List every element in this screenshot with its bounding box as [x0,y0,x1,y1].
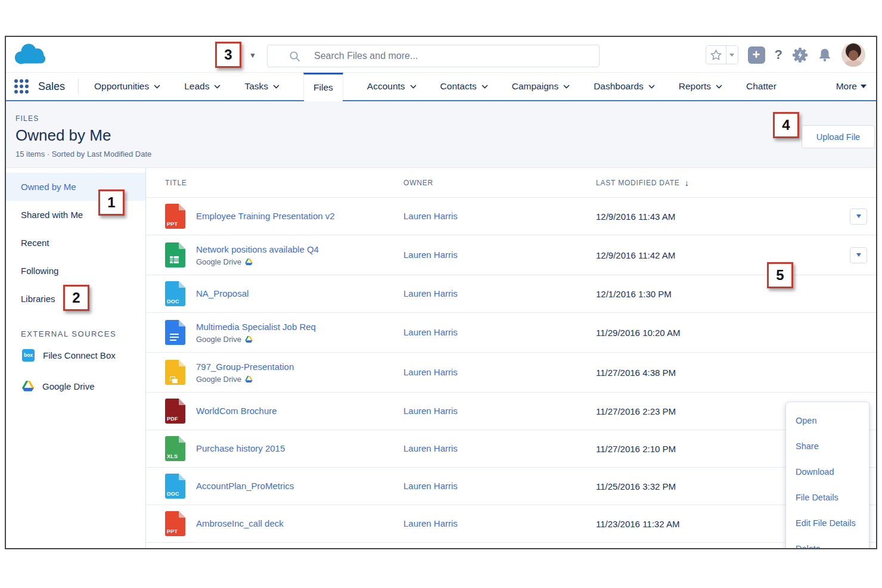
action-cell [839,247,876,263]
global-add-button[interactable]: + [748,46,765,64]
tab-label: More [836,81,857,92]
chevron-down-icon [154,85,160,89]
column-header-last-modified[interactable]: LAST MODIFIED DATE ↓ [596,178,876,188]
list-meta: 15 items · Sorted by Last Modified Date [15,150,876,158]
file-title-link[interactable]: WorldCom Brochure [196,406,277,416]
external-sources-heading: EXTERNAL SOURCES [6,329,145,338]
app-navigation-bar: Sales OpportunitiesLeadsTasksFilesAccoun… [6,73,876,101]
file-title-link[interactable]: Network positions available Q4 [196,244,319,254]
tab-label: Tasks [244,81,268,92]
table-row: PDFWorldCom BrochureLauren Harris11/27/2… [146,393,876,430]
favorites-star-button[interactable] [706,46,726,64]
screenshot-canvas: ▼ Search Files and more... [0,0,882,588]
external-source-google-drive[interactable]: Google Drive [6,372,145,400]
tab-opportunities[interactable]: Opportunities [94,73,160,100]
chevron-down-icon [716,85,722,89]
file-title-link[interactable]: AccountPlan_ProMetrics [196,481,294,491]
column-header-owner[interactable]: OWNER [403,179,596,187]
tab-campaigns[interactable]: Campaigns [512,73,570,100]
owner-link[interactable]: Lauren Harris [403,481,458,491]
tab-chatter[interactable]: Chatter [746,73,777,100]
tab-reports[interactable]: Reports [679,73,722,100]
menu-item-file-details[interactable]: File Details [786,484,869,510]
file-title-link[interactable]: NA_Proposal [196,288,249,298]
app-launcher-icon[interactable] [14,79,29,94]
file-source-label: Google Drive [196,257,241,266]
global-search-input[interactable]: Search Files and more... [267,45,600,67]
file-source-label: Google Drive [196,335,241,344]
row-action-menu: OpenShareDownloadFile DetailsEdit File D… [785,402,869,549]
gsheet-file-icon [165,242,185,267]
table-row: XLSPurchase history 2015Lauren Harris11/… [146,430,876,468]
chevron-down-icon [563,85,570,89]
menu-item-share[interactable]: Share [786,433,869,459]
menu-item-open[interactable]: Open [786,407,869,433]
global-header: ▼ Search Files and more... [6,37,876,73]
menu-item-delete[interactable]: Delete [786,536,869,549]
list-view-header: FILES Owned by Me 15 items · Sorted by L… [6,101,876,168]
sidebar-item-recent[interactable]: Recent [6,229,145,257]
upload-file-button[interactable]: Upload File [802,125,875,148]
user-avatar[interactable] [841,43,865,67]
favorites-dropdown-button[interactable] [726,46,738,64]
callout-3: 3 [215,42,241,68]
file-source: Google Drive [196,257,319,266]
tab-contacts[interactable]: Contacts [440,73,488,100]
external-sources-list: boxFiles Connect BoxGoogle Drive [6,341,145,400]
file-title-link[interactable]: Purchase history 2015 [196,443,285,453]
search-scope-caret-icon[interactable]: ▼ [249,51,256,60]
title-cell: DOCNA_Proposal [165,281,403,306]
owner-link[interactable]: Lauren Harris [403,518,458,528]
chevron-down-icon [273,85,279,89]
row-actions-dropdown-button[interactable] [850,209,867,225]
tab-label: Opportunities [94,81,149,92]
file-title-link[interactable]: 797_Group-Presentation [196,362,294,372]
box-icon: box [22,349,35,362]
sidebar-item-following[interactable]: Following [6,257,145,285]
owner-link[interactable]: Lauren Harris [403,367,458,377]
callout-5: 5 [767,262,793,288]
tab-tasks[interactable]: Tasks [244,73,279,100]
file-title-link[interactable]: Multimedia Specialist Job Req [196,322,316,332]
file-title-link[interactable]: AmbroseInc_call deck [196,518,284,528]
header-actions: + ? [706,37,865,73]
table-row: Multimedia Specialist Job ReqGoogle Driv… [146,313,876,353]
caret-down-icon [856,214,861,218]
notifications-bell-button[interactable] [818,48,832,63]
xls-file-icon: XLS [165,436,185,461]
menu-item-edit-file-details[interactable]: Edit File Details [786,510,869,536]
tab-label: Files [313,82,333,93]
owner-link[interactable]: Lauren Harris [403,250,458,260]
tab-accounts[interactable]: Accounts [367,73,417,100]
chevron-down-icon [482,85,488,89]
last-modified-cell: 12/9/2016 11:42 AM [596,250,839,260]
setup-gear-button[interactable] [792,47,808,63]
tab-dashboards[interactable]: Dashboards [594,73,655,100]
table-row: PPTEmployee Training Presentation v2Laur… [146,198,876,235]
title-cell: PPTAmbroseInc_call deck [165,511,403,536]
action-cell [839,209,876,225]
owner-link[interactable]: Lauren Harris [403,288,458,298]
tab-label: Chatter [746,81,777,92]
files-table: TITLE OWNER LAST MODIFIED DATE ↓ PPTEmpl… [146,168,876,549]
menu-item-download[interactable]: Download [786,459,869,484]
owner-link[interactable]: Lauren Harris [403,406,458,416]
callout-4: 4 [773,112,799,138]
title-cell: XLSPurchase history 2015 [165,436,403,461]
owner-cell: Lauren Harris [403,406,596,416]
column-header-title[interactable]: TITLE [165,179,403,187]
help-button[interactable]: ? [775,47,782,63]
callout-2: 2 [63,285,89,311]
owner-link[interactable]: Lauren Harris [403,443,458,453]
tab-more[interactable]: More [836,73,867,100]
tab-leads[interactable]: Leads [184,73,220,100]
row-actions-dropdown-button[interactable] [850,247,867,263]
owner-link[interactable]: Lauren Harris [403,211,458,221]
title-cell: PDFWorldCom Brochure [165,399,403,424]
owner-cell: Lauren Harris [403,250,596,260]
title-cell: PPTEmployee Training Presentation v2 [165,204,403,229]
owner-link[interactable]: Lauren Harris [403,327,458,337]
external-source-files-connect-box[interactable]: boxFiles Connect Box [6,341,145,369]
file-title-link[interactable]: Employee Training Presentation v2 [196,211,335,221]
tab-files[interactable]: Files [303,73,343,100]
